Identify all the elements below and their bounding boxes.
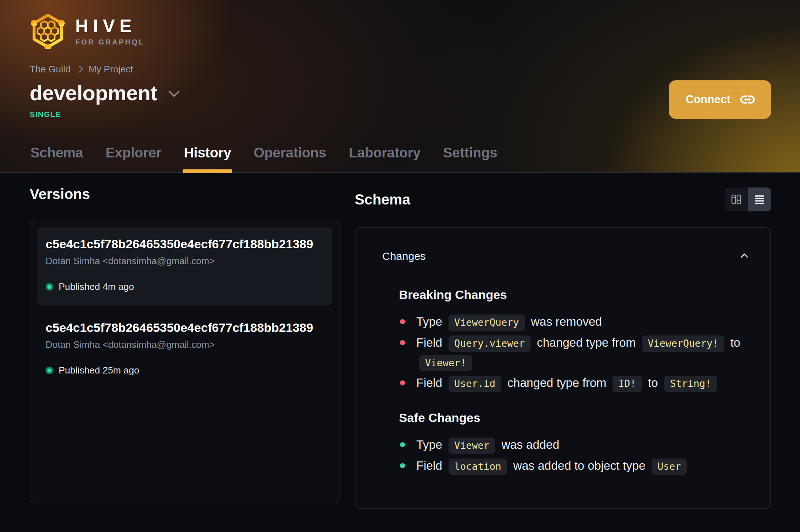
columns-view-button[interactable]: [725, 187, 748, 211]
version-status-text: Published 25m ago: [59, 365, 139, 376]
version-hash: c5e4c1c5f78b26465350e4ecf677cf188bb21389: [46, 237, 324, 251]
brand-wordmark: HIVE FOR GRAPHQL: [75, 17, 145, 46]
published-dot-icon: [46, 367, 53, 374]
breadcrumb: The GuildMy Project: [30, 64, 771, 75]
chevron-right-icon: [76, 66, 83, 73]
change-group-title-breaking: Breaking Changes: [399, 288, 751, 302]
connect-button-label: Connect: [686, 93, 730, 106]
code-chip: Viewer!: [419, 355, 472, 371]
header: HIVE FOR GRAPHQL The GuildMy Project dev…: [0, 0, 800, 173]
code-chip: ID!: [612, 376, 642, 392]
tab-operations[interactable]: Operations: [253, 145, 327, 173]
tab-settings[interactable]: Settings: [442, 145, 498, 173]
changes-body: Breaking ChangesType ViewerQuery was rem…: [399, 288, 751, 476]
change-item: Type ViewerQuery was removed: [399, 312, 746, 332]
hive-logo-icon: [30, 13, 66, 49]
breadcrumb-item-the-guild[interactable]: The Guild: [30, 64, 71, 75]
code-chip: String!: [664, 376, 717, 392]
code-chip: ViewerQuery!: [642, 335, 724, 352]
brand-name: HIVE: [75, 17, 145, 35]
code-chip: User.id: [449, 376, 501, 392]
tab-history[interactable]: History: [183, 145, 232, 173]
version-card[interactable]: c5e4c1c5f78b26465350e4ecf677cf188bb21389…: [37, 311, 332, 389]
changes-label: Changes: [382, 250, 426, 262]
versions-section: Versions c5e4c1c5f78b26465350e4ecf677cf1…: [30, 173, 340, 509]
version-author: Dotan Simha <dotansimha@gmail.com>: [46, 256, 324, 267]
connect-button[interactable]: Connect: [669, 80, 771, 119]
version-hash: c5e4c1c5f78b26465350e4ecf677cf188bb21389: [46, 321, 324, 335]
versions-panel: c5e4c1c5f78b26465350e4ecf677cf188bb21389…: [30, 220, 340, 503]
version-status: Published 4m ago: [46, 281, 324, 292]
published-dot-icon: [46, 283, 53, 291]
tab-schema[interactable]: Schema: [30, 145, 84, 173]
version-status: Published 25m ago: [46, 365, 324, 376]
tab-bar: SchemaExplorerHistoryOperationsLaborator…: [30, 145, 498, 173]
breadcrumb-item-my-project[interactable]: My Project: [89, 64, 133, 75]
change-item: Field User.id changed type from ID! to S…: [399, 373, 746, 393]
versions-list: c5e4c1c5f78b26465350e4ecf677cf188bb21389…: [37, 227, 332, 389]
code-chip: Query.viewer: [449, 335, 531, 352]
code-chip: User: [652, 459, 687, 475]
safe-change-list: Type Viewer was addedField location was …: [399, 435, 751, 476]
page-title: development: [30, 81, 157, 105]
version-card[interactable]: c5e4c1c5f78b26465350e4ecf677cf188bb21389…: [37, 227, 332, 305]
schema-section: Schema: [355, 173, 771, 509]
code-chip: location: [449, 459, 507, 475]
version-status-text: Published 4m ago: [59, 281, 134, 292]
chevron-down-icon[interactable]: [168, 86, 180, 97]
tab-laboratory[interactable]: Laboratory: [348, 145, 421, 173]
chevron-up-icon: [738, 250, 750, 261]
link-icon: [739, 93, 756, 106]
view-toggle: [725, 187, 771, 211]
status-badge: SINGLE: [30, 110, 771, 119]
version-author: Dotan Simha <dotansimha@gmail.com>: [46, 339, 324, 350]
change-group-title-safe: Safe Changes: [399, 411, 751, 425]
changes-panel: Changes Breaking ChangesType ViewerQuery…: [355, 227, 771, 509]
schema-title: Schema: [355, 191, 410, 208]
code-chip: ViewerQuery: [449, 314, 525, 331]
change-item: Field location was added to object type …: [399, 456, 746, 476]
main-content: Versions c5e4c1c5f78b26465350e4ecf677cf1…: [0, 173, 800, 509]
brand-tagline: FOR GRAPHQL: [75, 38, 145, 46]
change-item: Type Viewer was added: [399, 435, 746, 455]
code-chip: Viewer: [449, 438, 496, 454]
tab-explorer[interactable]: Explorer: [105, 145, 162, 173]
list-view-icon: [753, 193, 766, 206]
list-view-button[interactable]: [748, 187, 771, 211]
versions-title: Versions: [30, 186, 340, 202]
columns-view-icon: [730, 193, 742, 206]
collapse-changes-button[interactable]: [737, 248, 751, 264]
change-item: Field Query.viewer changed type from Vie…: [399, 333, 746, 372]
brand[interactable]: HIVE FOR GRAPHQL: [30, 13, 771, 49]
breaking-change-list: Type ViewerQuery was removedField Query.…: [399, 312, 751, 393]
